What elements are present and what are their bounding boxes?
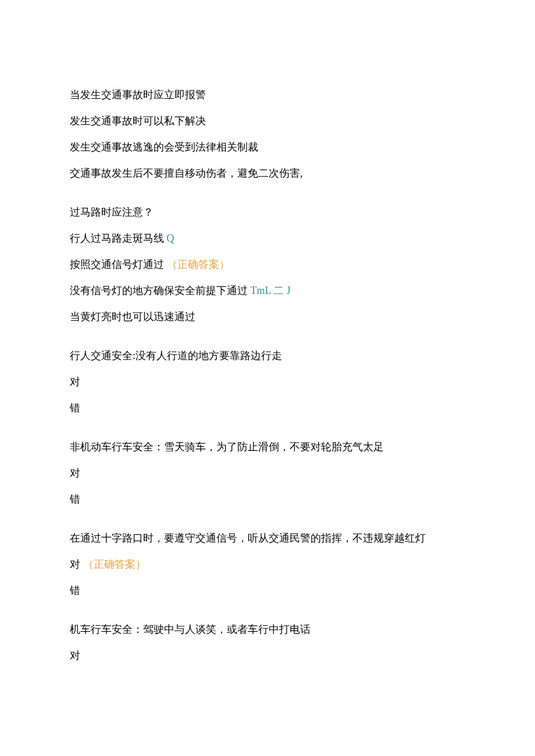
answer-false: 错 (70, 583, 465, 599)
answer-true: 对 (70, 648, 465, 664)
text-line: 发生交通事故时可以私下解决 (70, 113, 465, 129)
correct-answer-label: （正确答案） (80, 558, 146, 570)
question-text: 机车行车安全：驾驶中与人谈笑，或者车行中打电话 (70, 622, 465, 637)
text-line: 交通事故发生后不要擅自移动伤者，避免二次伤害, (70, 166, 465, 181)
answer-option: 行人过马路走斑马线 Q (70, 231, 465, 246)
correct-answer-label: （正确答案） (164, 259, 230, 270)
option-text: 没有信号灯的地方确保安全前提下通过 (70, 285, 248, 296)
question-text: 行人交通安全:没有人行道的地方要靠路边行走 (70, 348, 465, 364)
answer-option: 当黄灯亮时也可以迅速通过 (70, 309, 465, 325)
answer-option: 没有信号灯的地方确保安全前提下通过 TmL 二 J (70, 283, 465, 299)
option-suffix: TmL 二 J (248, 285, 291, 296)
question-text: 非机动车行车安全：雪天骑车，为了防止滑倒，不要对轮胎充气太足 (70, 439, 465, 455)
answer-false: 错 (70, 492, 465, 507)
option-text: 行人过马路走斑马线 (70, 232, 164, 244)
question-text: 在通过十字路口时，要遵守交通信号，听从交通民警的指挥，不违规穿越红灯 (70, 531, 465, 546)
answer-true: 对 （正确答案） (70, 557, 465, 572)
question-text: 过马路时应注意？ (70, 205, 465, 220)
answer-option: 按照交通信号灯通过 （正确答案） (70, 257, 465, 273)
true-text: 对 (70, 558, 80, 570)
answer-false: 错 (70, 400, 465, 416)
option-text: 按照交通信号灯通过 (70, 259, 164, 270)
answer-true: 对 (70, 465, 465, 481)
text-line: 当发生交通事故时应立即报警 (70, 87, 465, 103)
answer-true: 对 (70, 374, 465, 390)
text-line: 发生交通事故逃逸的会受到法律相关制裁 (70, 139, 465, 155)
option-suffix: Q (164, 232, 174, 244)
